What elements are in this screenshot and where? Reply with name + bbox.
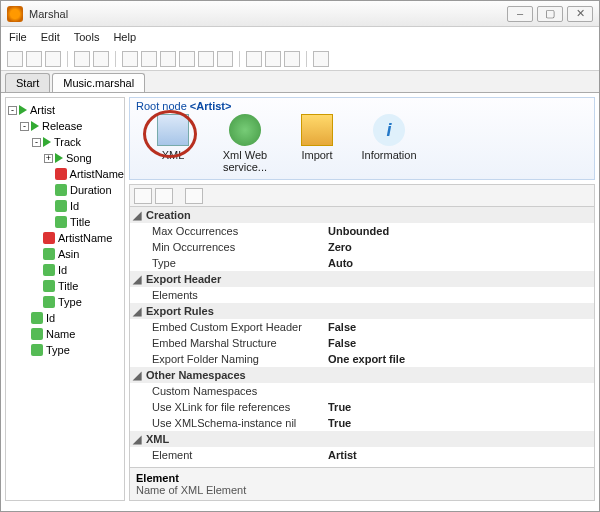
menubar: File Edit Tools Help — [1, 27, 599, 47]
tree-song[interactable]: +Song — [6, 150, 124, 166]
tabbar: Start Music.marshal — [1, 71, 599, 93]
collapse-icon[interactable]: - — [8, 106, 17, 115]
titlebar: Marshal – ▢ ✕ — [1, 1, 599, 27]
help-icon[interactable] — [313, 51, 329, 67]
root-title: Root node <Artist> — [136, 100, 588, 112]
tree-id2[interactable]: Id — [6, 262, 124, 278]
triangle-icon — [19, 105, 27, 115]
tab-start[interactable]: Start — [5, 73, 50, 92]
menu-file[interactable]: File — [9, 31, 27, 43]
tree-release[interactable]: -Release — [6, 118, 124, 134]
tree-artist[interactable]: -Artist — [6, 102, 124, 118]
cat-creation[interactable]: ◢Creation — [130, 207, 594, 223]
menu-help[interactable]: Help — [113, 31, 136, 43]
cut-icon[interactable] — [246, 51, 262, 67]
open-icon[interactable] — [26, 51, 42, 67]
menu-tools[interactable]: Tools — [74, 31, 100, 43]
tree-id[interactable]: Id — [6, 198, 124, 214]
tool-icon-4[interactable] — [141, 51, 157, 67]
tab-music[interactable]: Music.marshal — [52, 73, 145, 92]
green-icon — [43, 264, 55, 276]
tree-asin[interactable]: Asin — [6, 246, 124, 262]
tool-icon-7[interactable] — [198, 51, 214, 67]
cat-xml[interactable]: ◢XML — [130, 431, 594, 447]
description-pane: Element Name of XML Element — [130, 467, 594, 500]
close-button[interactable]: ✕ — [567, 6, 593, 22]
alphabetical-icon[interactable] — [155, 188, 173, 204]
right-pane: Root node <Artist> XML Xml Web service..… — [129, 97, 595, 501]
row-embedhdr[interactable]: Embed Custom Export HeaderFalse — [130, 319, 594, 335]
row-customns[interactable]: Custom Namespaces — [130, 383, 594, 399]
tool-icon-1[interactable] — [74, 51, 90, 67]
green-icon — [43, 296, 55, 308]
row-type[interactable]: TypeAuto — [130, 255, 594, 271]
tree-title2[interactable]: Title — [6, 278, 124, 294]
maximize-button[interactable]: ▢ — [537, 6, 563, 22]
row-embedms[interactable]: Embed Marshal StructureFalse — [130, 335, 594, 351]
green-icon — [55, 200, 67, 212]
green-icon — [31, 312, 43, 324]
green-icon — [43, 248, 55, 260]
collapse-icon[interactable]: - — [32, 138, 41, 147]
info-action[interactable]: i Information — [364, 114, 414, 173]
grid-toolbar — [130, 185, 594, 207]
xml-action[interactable]: XML — [148, 114, 198, 173]
property-grid: ◢Creation Max OccurrencesUnbounded Min O… — [129, 184, 595, 501]
row-xsinil[interactable]: Use XMLSchema-instance nilTrue — [130, 415, 594, 431]
window-title: Marshal — [29, 8, 507, 20]
green-icon — [31, 344, 43, 356]
menu-edit[interactable]: Edit — [41, 31, 60, 43]
minimize-button[interactable]: – — [507, 6, 533, 22]
tool-icon-6[interactable] — [179, 51, 195, 67]
toolbar — [1, 47, 599, 71]
cat-other-ns[interactable]: ◢Other Namespaces — [130, 367, 594, 383]
xml-icon — [157, 114, 189, 146]
new-icon[interactable] — [7, 51, 23, 67]
green-icon — [55, 184, 67, 196]
row-maxocc[interactable]: Max OccurrencesUnbounded — [130, 223, 594, 239]
collapse-icon[interactable]: - — [20, 122, 29, 131]
content-area: -Artist -Release -Track +Song ArtistName… — [1, 93, 599, 505]
globe-icon — [229, 114, 261, 146]
row-xlink[interactable]: Use XLink for file referencesTrue — [130, 399, 594, 415]
row-minocc[interactable]: Min OccurrencesZero — [130, 239, 594, 255]
grid-tool-icon[interactable] — [185, 188, 203, 204]
window-buttons: – ▢ ✕ — [507, 6, 593, 22]
triangle-icon — [31, 121, 39, 131]
cat-export-rules[interactable]: ◢Export Rules — [130, 303, 594, 319]
expand-icon[interactable]: + — [44, 154, 53, 163]
tree-artistname[interactable]: ArtistName — [6, 166, 124, 182]
red-icon — [55, 168, 67, 180]
row-element[interactable]: ElementArtist — [130, 447, 594, 463]
tree-panel: -Artist -Release -Track +Song ArtistName… — [5, 97, 125, 501]
tree-id3[interactable]: Id — [6, 310, 124, 326]
tree-title[interactable]: Title — [6, 214, 124, 230]
tree-name[interactable]: Name — [6, 326, 124, 342]
tree-type[interactable]: Type — [6, 294, 124, 310]
grid-body: ◢Creation Max OccurrencesUnbounded Min O… — [130, 207, 594, 467]
tool-icon-8[interactable] — [217, 51, 233, 67]
categorized-icon[interactable] — [134, 188, 152, 204]
copy-icon[interactable] — [265, 51, 281, 67]
import-icon — [301, 114, 333, 146]
desc-title: Element — [136, 472, 588, 484]
tool-icon-3[interactable] — [122, 51, 138, 67]
root-node-box: Root node <Artist> XML Xml Web service..… — [129, 97, 595, 180]
tree-type2[interactable]: Type — [6, 342, 124, 358]
paste-icon[interactable] — [284, 51, 300, 67]
web-service-action[interactable]: Xml Web service... — [220, 114, 270, 173]
green-icon — [55, 216, 67, 228]
cat-export-header[interactable]: ◢Export Header — [130, 271, 594, 287]
red-icon — [43, 232, 55, 244]
save-icon[interactable] — [45, 51, 61, 67]
tool-icon-2[interactable] — [93, 51, 109, 67]
import-action[interactable]: Import — [292, 114, 342, 173]
desc-text: Name of XML Element — [136, 484, 588, 496]
tree-track[interactable]: -Track — [6, 134, 124, 150]
tool-icon-5[interactable] — [160, 51, 176, 67]
green-icon — [31, 328, 43, 340]
row-elements[interactable]: Elements — [130, 287, 594, 303]
row-expfolder[interactable]: Export Folder NamingOne export file — [130, 351, 594, 367]
tree-artistname2[interactable]: ArtistName — [6, 230, 124, 246]
tree-duration[interactable]: Duration — [6, 182, 124, 198]
